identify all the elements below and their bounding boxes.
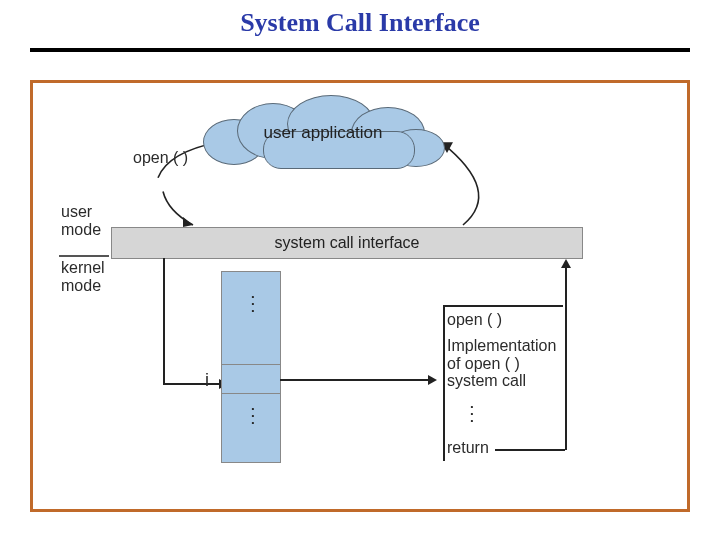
return-label: return <box>447 439 489 457</box>
ellipsis-icon: ••• <box>248 405 258 426</box>
vector-index-label: i <box>205 371 209 391</box>
arrowhead-right-icon <box>428 375 437 385</box>
title-underline <box>30 48 690 52</box>
user-mode-label: user mode <box>61 203 101 238</box>
diagram-canvas: user application open ( ) user mode kern… <box>33 83 687 509</box>
mode-divider-tick <box>59 255 109 257</box>
arrow-line <box>163 258 165 383</box>
impl-top-border <box>443 305 563 307</box>
open-call-label-top: open ( ) <box>133 149 188 167</box>
open-call-label-right: open ( ) <box>447 311 502 329</box>
system-call-interface-label: system call interface <box>275 234 420 252</box>
arrow-line <box>495 449 565 451</box>
diagram-frame: user application open ( ) user mode kern… <box>30 80 690 512</box>
implementation-label: Implementation of open ( ) system call <box>447 337 627 390</box>
arrow-line <box>163 383 221 385</box>
arrow-line <box>565 266 567 450</box>
page-title: System Call Interface <box>0 8 720 38</box>
page: System Call Interface <box>0 0 720 540</box>
impl-left-border <box>443 305 445 461</box>
user-application-label: user application <box>203 123 443 143</box>
vector-slot-i <box>222 364 280 394</box>
arrow-line <box>280 379 430 381</box>
user-application-cloud: user application <box>203 93 443 169</box>
ellipsis-icon: ••• <box>248 293 258 314</box>
ellipsis-icon: ••• <box>467 403 477 424</box>
kernel-mode-label: kernel mode <box>61 259 105 294</box>
system-call-interface-bar: system call interface <box>111 227 583 259</box>
svg-marker-0 <box>183 217 193 227</box>
arrowhead-up-icon <box>561 259 571 268</box>
